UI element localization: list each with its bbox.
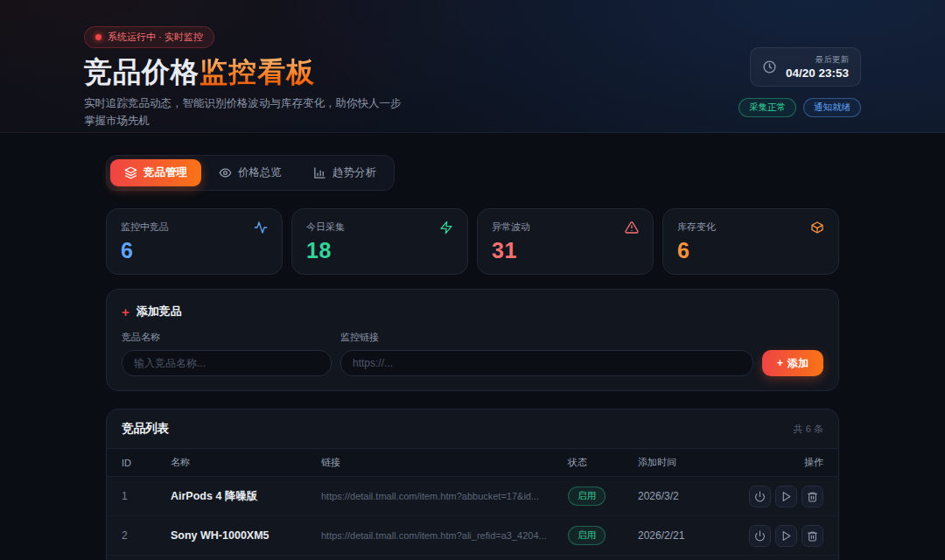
stat-label: 监控中竞品 (121, 220, 169, 234)
delete-button[interactable] (802, 486, 823, 508)
collect-status-pill: 采集正常 (738, 98, 796, 117)
notify-status-pill: 通知就绪 (803, 98, 861, 117)
main-content: 竞品管理 价格总览 趋势分析 监控中竞品 6 (106, 133, 839, 560)
status-badge: 启用 (568, 486, 606, 506)
run-collect-button[interactable] (775, 525, 797, 547)
run-collect-button[interactable] (775, 486, 797, 508)
stat-label: 异常波动 (492, 220, 530, 234)
col-id: ID (122, 458, 171, 468)
stat-card-anomaly: 异常波动 31 (477, 208, 654, 275)
col-name: 名称 (171, 456, 321, 469)
row-name: Sony WH-1000XM5 (171, 529, 321, 542)
row-id: 2 (122, 529, 171, 542)
stat-label: 今日采集 (306, 220, 345, 234)
row-name: AirPods 4 降噪版 (171, 489, 321, 504)
clock-icon (762, 60, 777, 74)
url-field-label: 监控链接 (340, 331, 753, 344)
stats-row: 监控中竞品 6 今日采集 18 异常波动 31 (106, 208, 839, 275)
eye-icon (219, 166, 232, 179)
tab-price-overview[interactable]: 价格总览 (205, 159, 296, 186)
delete-button[interactable] (802, 525, 823, 547)
package-icon (810, 220, 824, 234)
col-link: 链接 (321, 456, 568, 469)
last-update-label: 最后更新 (816, 54, 849, 66)
plus-icon: + (122, 304, 130, 319)
stat-card-stock-change: 库存变化 6 (662, 208, 839, 275)
col-status: 状态 (568, 456, 638, 469)
add-button[interactable]: + 添加 (762, 350, 823, 376)
add-competitor-card: + 添加竞品 竞品名称 监控链接 + 添加 (106, 289, 839, 391)
power-toggle-button[interactable] (749, 486, 771, 508)
bolt-icon (439, 220, 453, 234)
row-id: 1 (122, 490, 171, 502)
stat-value: 31 (492, 238, 639, 263)
last-update-time: 04/20 23:53 (786, 66, 849, 80)
row-date: 2026/2/21 (638, 529, 748, 542)
row-link[interactable]: https://detail.tmall.com/item.htm?abbuck… (321, 491, 568, 501)
competitor-name-input[interactable] (122, 350, 332, 376)
stat-card-monitored: 监控中竞品 6 (106, 208, 283, 275)
table-row: 2 Sony WH-1000XM5 https://detail.tmall.c… (107, 516, 838, 556)
tab-trend-analysis[interactable]: 趋势分析 (299, 159, 390, 186)
col-actions: 操作 (804, 456, 823, 469)
table-count: 共 6 条 (794, 423, 823, 436)
status-dot-icon (95, 34, 102, 40)
table-row: 1 AirPods 4 降噪版 https://detail.tmall.com… (107, 477, 838, 516)
stat-card-today-collect: 今日采集 18 (291, 208, 468, 275)
alert-triangle-icon (625, 220, 639, 234)
monitor-url-input[interactable] (340, 350, 753, 376)
page-title-accent: 监控看板 (200, 56, 315, 88)
stat-value: 6 (677, 238, 824, 263)
hero-header: 系统运行中 · 实时监控 竞品价格监控看板 实时追踪竞品动态，智能识别价格波动与… (0, 0, 945, 133)
layers-icon (124, 166, 137, 179)
system-status-text: 系统运行中 · 实时监控 (108, 31, 203, 44)
last-update-card: 最后更新 04/20 23:53 (750, 47, 861, 87)
tab-bar: 竞品管理 价格总览 趋势分析 (106, 155, 395, 191)
bar-chart-icon (313, 166, 326, 179)
tab-competitor-manage[interactable]: 竞品管理 (110, 159, 201, 186)
power-toggle-button[interactable] (749, 525, 771, 547)
table-column-headers: ID 名称 链接 状态 添加时间 操作 (107, 448, 838, 477)
page-subtitle: 实时追踪竞品动态，智能识别价格波动与库存变化，助你快人一步掌握市场先机 (84, 94, 410, 130)
stat-label: 库存变化 (677, 220, 716, 234)
table-title: 竞品列表 (122, 421, 169, 437)
activity-icon (254, 220, 268, 234)
plus-icon: + (777, 357, 783, 369)
add-competitor-title: + 添加竞品 (122, 304, 823, 319)
row-date: 2026/3/2 (638, 490, 748, 502)
stat-value: 6 (121, 238, 268, 263)
header-right: 最后更新 04/20 23:53 采集正常 通知就绪 (738, 47, 861, 117)
col-date: 添加时间 (638, 456, 748, 469)
system-status-badge: 系统运行中 · 实时监控 (84, 26, 214, 48)
row-link[interactable]: https://detail.tmall.com/item.htm?ali_re… (321, 530, 568, 541)
stat-value: 18 (306, 238, 453, 263)
table-row: 3 Bose QuietComfort https://detail.tmall… (107, 556, 838, 560)
status-badge: 启用 (568, 526, 606, 545)
competitor-list-card: 竞品列表 共 6 条 ID 名称 链接 状态 添加时间 操作 1 AirPods… (106, 409, 839, 560)
name-field-label: 竞品名称 (122, 331, 332, 344)
